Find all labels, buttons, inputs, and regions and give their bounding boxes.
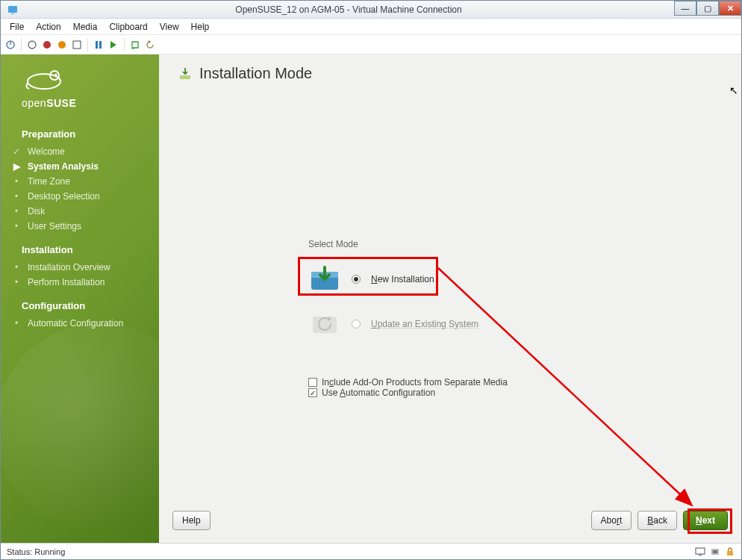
menu-help[interactable]: Help — [187, 20, 214, 34]
dot-icon: • — [11, 221, 22, 231]
menu-view[interactable]: View — [155, 20, 184, 34]
sidebar-item-installation-overview[interactable]: •Installation Overview — [11, 260, 159, 275]
sidebar-item-user-settings[interactable]: •User Settings — [11, 219, 159, 234]
pause-icon[interactable] — [92, 38, 105, 52]
radio-update-existing — [352, 320, 361, 329]
start-icon[interactable] — [25, 38, 39, 52]
option-update-existing: Update an Existing System — [301, 306, 599, 342]
shutdown-icon[interactable] — [55, 38, 69, 52]
next-button[interactable]: Next — [683, 511, 728, 530]
toolbar — [1, 35, 741, 55]
minimize-button[interactable]: — — [674, 1, 696, 16]
menu-clipboard[interactable]: Clipboard — [105, 20, 152, 34]
svg-rect-8 — [99, 41, 102, 49]
sidebar-item-time-zone[interactable]: •Time Zone — [11, 174, 159, 189]
window-controls: — ▢ ✕ — [674, 1, 741, 18]
abort-button[interactable]: Abort — [591, 511, 632, 530]
maximize-button[interactable]: ▢ — [696, 1, 719, 16]
svg-rect-22 — [699, 555, 702, 556]
window-title: OpenSUSE_12 on AGM-05 - Virtual Machine … — [23, 4, 674, 15]
statusbar: Status: Running — [1, 543, 741, 559]
app-icon — [7, 4, 19, 16]
select-mode-label: Select Mode — [308, 239, 358, 249]
option-update-existing-label: Update an Existing System — [371, 319, 478, 329]
save-icon[interactable] — [70, 38, 84, 52]
installer-main: Installation Mode Select Mode New Instal… — [159, 55, 741, 543]
footer-buttons: Help Abort Back Next — [159, 505, 741, 543]
chameleon-logo-icon — [22, 65, 66, 92]
option-new-installation[interactable]: New Installation — [301, 261, 599, 297]
checkbox-auto-config-label: Use Automatic Configuration — [322, 388, 435, 398]
svg-point-4 — [43, 41, 51, 49]
checkbox-group: Include Add-On Products from Separate Me… — [308, 377, 508, 398]
brand-block: openSUSE — [1, 65, 159, 118]
menu-file[interactable]: File — [5, 20, 28, 34]
radio-new-installation[interactable] — [352, 275, 361, 284]
display-icon[interactable] — [695, 547, 705, 557]
vm-window: OpenSUSE_12 on AGM-05 - Virtual Machine … — [0, 0, 742, 560]
menubar: File Action Media Clipboard View Help — [1, 19, 741, 35]
section-title-preparation: Preparation — [1, 118, 159, 144]
statusbar-icons — [695, 547, 735, 557]
section-list-preparation: ✓Welcome ▶System Analysis •Time Zone •De… — [1, 144, 159, 234]
dot-icon: • — [11, 277, 22, 287]
turnoff-icon[interactable] — [40, 38, 54, 52]
reset-icon[interactable] — [107, 38, 120, 52]
refresh-box-icon — [308, 311, 341, 337]
lock-icon[interactable] — [725, 547, 735, 557]
svg-rect-7 — [96, 41, 98, 49]
dot-icon: • — [11, 206, 22, 217]
section-title-configuration: Configuration — [1, 290, 159, 316]
svg-rect-21 — [696, 548, 705, 554]
svg-rect-0 — [8, 6, 17, 13]
dot-icon: • — [11, 176, 22, 187]
menu-action[interactable]: Action — [31, 20, 65, 34]
svg-point-13 — [54, 73, 57, 75]
checkbox-include-addon-label: Include Add-On Products from Separate Me… — [322, 377, 508, 388]
installer-sidebar: openSUSE Preparation ✓Welcome ▶System An… — [1, 55, 159, 543]
nic-icon[interactable] — [710, 547, 720, 557]
guest-display: openSUSE Preparation ✓Welcome ▶System An… — [1, 55, 741, 543]
svg-point-3 — [28, 41, 36, 49]
checkbox-auto-config[interactable]: ✓ Use Automatic Configuration — [308, 388, 508, 398]
svg-rect-14 — [180, 75, 190, 79]
status-text: Status: Running — [7, 547, 65, 556]
dot-icon: • — [11, 262, 22, 273]
sidebar-item-welcome[interactable]: ✓Welcome — [11, 144, 159, 159]
revert-icon[interactable] — [143, 38, 157, 52]
checkbox-checked-icon[interactable]: ✓ — [308, 388, 317, 397]
option-new-installation-label: New Installation — [371, 274, 434, 284]
svg-rect-25 — [727, 551, 733, 556]
dot-icon: • — [11, 318, 22, 329]
close-button[interactable]: ✕ — [719, 1, 741, 16]
svg-rect-6 — [73, 41, 81, 49]
page-header: Installation Mode — [159, 55, 741, 82]
brand-text: openSUSE — [22, 97, 147, 109]
install-mode-icon — [178, 67, 192, 81]
sidebar-item-automatic-configuration[interactable]: •Automatic Configuration — [11, 316, 159, 331]
checkbox-icon[interactable] — [308, 378, 317, 387]
back-button[interactable]: Back — [637, 511, 677, 530]
sidebar-item-system-analysis[interactable]: ▶System Analysis — [11, 159, 159, 174]
content-area: Select Mode New Installation — [159, 82, 741, 505]
menu-media[interactable]: Media — [69, 20, 102, 34]
svg-marker-10 — [149, 40, 151, 43]
help-button[interactable]: Help — [172, 511, 211, 530]
svg-rect-1 — [11, 13, 14, 14]
cursor-icon: ↖ — [729, 84, 738, 96]
section-list-installation: •Installation Overview •Perform Installa… — [1, 260, 159, 290]
dot-icon: • — [11, 191, 22, 202]
page-title: Installation Mode — [199, 65, 312, 82]
svg-rect-24 — [713, 550, 717, 553]
sidebar-item-disk[interactable]: •Disk — [11, 204, 159, 219]
svg-marker-9 — [110, 41, 116, 49]
svg-point-11 — [28, 74, 60, 89]
ctrl-alt-del-icon[interactable] — [4, 38, 17, 52]
section-title-installation: Installation — [1, 234, 159, 260]
sidebar-item-desktop-selection[interactable]: •Desktop Selection — [11, 189, 159, 204]
checkbox-include-addon[interactable]: Include Add-On Products from Separate Me… — [308, 377, 508, 388]
snapshot-icon[interactable] — [128, 38, 142, 52]
svg-point-5 — [58, 41, 66, 49]
sidebar-item-perform-installation[interactable]: •Perform Installation — [11, 275, 159, 290]
titlebar: OpenSUSE_12 on AGM-05 - Virtual Machine … — [1, 1, 741, 19]
